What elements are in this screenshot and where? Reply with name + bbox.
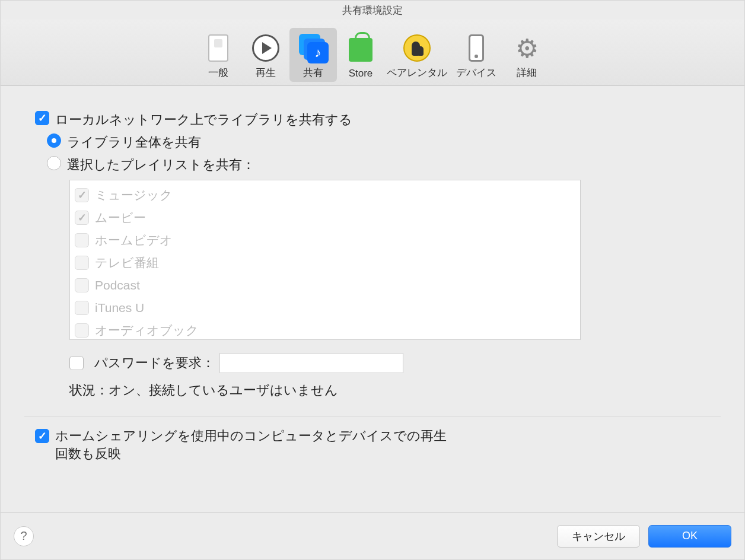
footer: ? キャンセル OK	[1, 512, 744, 559]
playlist-checkbox	[75, 301, 89, 315]
cancel-label: キャンセル	[572, 529, 625, 543]
list-item: ムービー	[75, 206, 575, 229]
tab-label: ペアレンタル	[384, 66, 450, 79]
home-sharing-checkbox[interactable]	[35, 429, 49, 443]
list-item: テレビ番組	[75, 252, 575, 274]
playlist-label: テレビ番組	[95, 254, 159, 272]
list-item: iTunes U	[75, 297, 575, 319]
content-area: ローカルネットワーク上でライブラリを共有する ライブラリ全体を共有 選択したプレ…	[1, 86, 744, 512]
toolbar: 一般 再生 ♪ 共有 Store ペアレンタル デバイス ⚙ 詳細	[1, 20, 744, 86]
home-sharing-label: ホームシェアリングを使用中のコンピュータとデバイスでの再生回数も反映	[55, 427, 459, 463]
share-library-label: ローカルネットワーク上でライブラリを共有する	[55, 111, 352, 129]
playlist-listbox: ミュージック ムービー ホームビデオ テレビ番組 Podcast iTunes …	[69, 180, 581, 340]
playlist-label: オーディオブック	[95, 322, 199, 339]
play-icon	[252, 34, 279, 62]
window-title-text: 共有環境設定	[342, 4, 403, 17]
playlist-checkbox	[75, 278, 89, 292]
divider	[24, 416, 721, 416]
tab-advanced[interactable]: ⚙ 詳細	[503, 28, 550, 82]
preferences-window: 共有環境設定 一般 再生 ♪ 共有 Store ペアレンタル デバイス ⚙ 詳	[0, 0, 745, 560]
playlist-label: ホームビデオ	[95, 231, 173, 249]
ok-button[interactable]: OK	[648, 525, 731, 548]
tab-label: Store	[337, 68, 384, 79]
list-item: ミュージック	[75, 184, 575, 206]
playlist-checkbox	[75, 233, 89, 247]
playlist-checkbox	[75, 256, 89, 270]
device-icon	[469, 34, 484, 62]
playlist-label: ミュージック	[95, 186, 173, 204]
parental-icon	[403, 34, 431, 62]
playlist-label: Podcast	[95, 276, 140, 294]
tab-label: 共有	[289, 66, 337, 79]
sharing-icon: ♪	[299, 34, 327, 62]
playlist-checkbox	[75, 188, 89, 202]
tab-playback[interactable]: 再生	[242, 28, 289, 82]
require-password-checkbox[interactable]	[69, 356, 84, 370]
tab-store[interactable]: Store	[337, 30, 384, 82]
tab-devices[interactable]: デバイス	[450, 28, 503, 82]
tab-parental[interactable]: ペアレンタル	[384, 28, 450, 82]
ok-label: OK	[682, 530, 698, 542]
share-library-checkbox[interactable]	[35, 111, 49, 125]
window-title: 共有環境設定	[1, 1, 744, 20]
tab-general[interactable]: 一般	[195, 28, 242, 82]
radio-share-selected-label: 選択したプレイリストを共有：	[67, 156, 255, 174]
bag-icon	[349, 38, 372, 62]
switch-icon	[208, 34, 228, 62]
tab-label: デバイス	[450, 66, 503, 79]
tab-sharing[interactable]: ♪ 共有	[289, 28, 337, 82]
help-button[interactable]: ?	[14, 526, 34, 546]
playlist-checkbox	[75, 211, 89, 225]
radio-share-all[interactable]	[47, 133, 61, 148]
playlist-label: ムービー	[95, 209, 146, 227]
tab-label: 再生	[242, 66, 289, 79]
status-text: 状況：オン、接続しているユーザはいません	[69, 381, 721, 399]
require-password-label: パスワードを要求：	[94, 354, 215, 372]
help-icon: ?	[20, 529, 27, 543]
list-item: オーディオブック	[75, 319, 575, 342]
gear-icon: ⚙	[513, 34, 540, 62]
cancel-button[interactable]: キャンセル	[557, 525, 640, 548]
list-item: ホームビデオ	[75, 229, 575, 252]
radio-share-all-label: ライブラリ全体を共有	[67, 133, 201, 151]
playlist-checkbox	[75, 323, 89, 338]
playlist-label: iTunes U	[95, 299, 144, 317]
tab-label: 詳細	[503, 66, 550, 79]
radio-share-selected[interactable]	[47, 156, 61, 170]
password-input[interactable]	[219, 353, 403, 373]
list-item: Podcast	[75, 274, 575, 297]
tab-label: 一般	[195, 66, 242, 79]
